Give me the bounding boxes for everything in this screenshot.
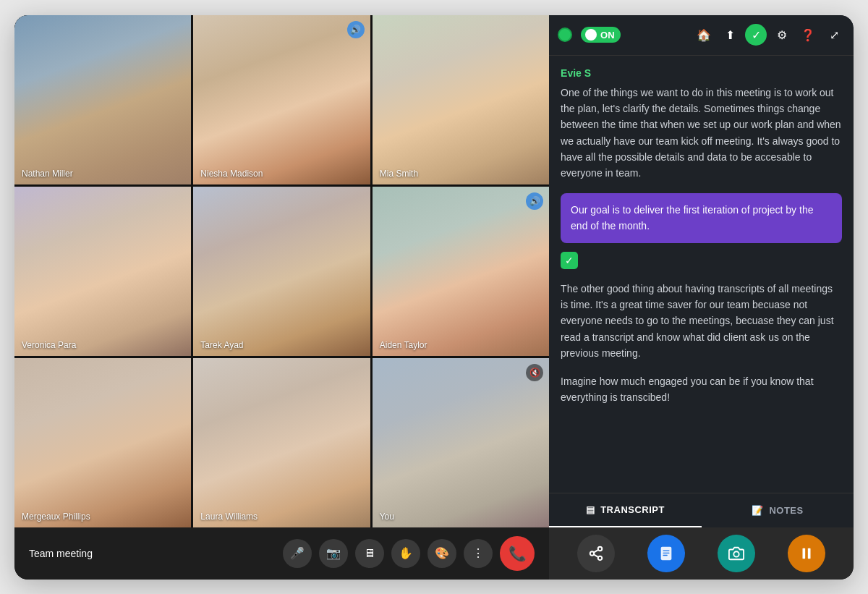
svg-rect-8 [663, 554, 667, 555]
video-grid: Nathan Miller 🔊 Niesha Madison Mia Smith… [14, 15, 549, 527]
upload-icon-btn[interactable]: ⬆ [719, 24, 741, 46]
video-cell-6[interactable]: 🔊 Aiden Taylor [373, 187, 549, 356]
svg-rect-10 [803, 548, 806, 559]
toggle-knob [585, 29, 597, 41]
video-cell-5[interactable]: Tarek Ayad [193, 187, 370, 356]
video-cell-4[interactable]: Veronica Para [14, 187, 191, 356]
tab-bar: ▤ TRANSCRIPT 📝 NOTES [549, 493, 854, 527]
bottom-bar: Team meeting 🎤 📷 🖥 ✋ 🎨 ⋮ 📞 [14, 527, 549, 580]
participant-name-2: Niesha Madison [200, 169, 263, 179]
video-cell-9[interactable]: 🔇 You [373, 358, 549, 527]
more-button[interactable]: ⋮ [464, 539, 493, 568]
transcript-paragraph-1: One of the things we want to do in this … [561, 85, 842, 182]
participant-name-7: Mergeaux Phillips [22, 512, 90, 522]
checkmark-badge: ✓ [561, 252, 578, 269]
notes-tab-label: NOTES [769, 505, 803, 516]
share-button[interactable] [577, 535, 615, 572]
notes-tab-icon: 📝 [752, 505, 764, 516]
transcript-paragraph-2: The other good thing about having transc… [561, 281, 842, 362]
transcript-panel: ON 🏠 ⬆ ✓ ⚙ ❓ ⤢ Evie S One of the things … [549, 15, 854, 580]
participant-name-5: Tarek Ayad [200, 340, 243, 350]
screen-share-button[interactable]: 🖥 [355, 539, 384, 568]
transcript-content: Evie S One of the things we want to do i… [549, 56, 854, 493]
help-icon-btn[interactable]: ❓ [797, 24, 819, 46]
effects-button[interactable]: 🎨 [427, 539, 456, 568]
hand-raise-button[interactable]: ✋ [391, 539, 420, 568]
transcript-tab-icon: ▤ [586, 504, 595, 515]
check-icon-btn[interactable]: ✓ [745, 24, 767, 46]
end-call-button[interactable]: 📞 [500, 536, 535, 571]
video-cell-1[interactable]: Nathan Miller [14, 15, 191, 184]
status-dot [558, 27, 572, 42]
svg-line-3 [594, 554, 598, 557]
video-cell-2[interactable]: 🔊 Niesha Madison [193, 15, 370, 184]
svg-point-9 [733, 551, 739, 556]
participant-name-1: Nathan Miller [22, 169, 73, 179]
speaker-icon-6: 🔊 [526, 192, 543, 210]
settings-icon-btn[interactable]: ⚙ [771, 24, 793, 46]
transcript-tab-label: TRANSCRIPT [600, 504, 665, 515]
toggle-switch[interactable]: ON [581, 27, 621, 43]
mute-icon-9: 🔇 [526, 364, 543, 381]
svg-rect-6 [663, 550, 669, 551]
speaker-name: Evie S [561, 67, 842, 79]
tab-notes[interactable]: 📝 NOTES [702, 493, 854, 527]
video-button[interactable]: 📷 [319, 539, 348, 568]
toggle-label: ON [600, 30, 615, 41]
pause-button[interactable] [788, 535, 825, 572]
participant-name-8: Laura Williams [200, 512, 258, 522]
control-buttons: 🎤 📷 🖥 ✋ 🎨 ⋮ 📞 [283, 536, 535, 571]
top-bar-icons: 🏠 ⬆ ✓ ⚙ ❓ ⤢ [693, 24, 845, 46]
top-bar: ON 🏠 ⬆ ✓ ⚙ ❓ ⤢ [549, 15, 854, 56]
participant-name-6: Aiden Taylor [380, 340, 427, 350]
meeting-title: Team meeting [29, 548, 274, 559]
svg-rect-11 [808, 548, 811, 559]
svg-line-4 [594, 549, 598, 552]
main-container: Nathan Miller 🔊 Niesha Madison Mia Smith… [14, 15, 854, 580]
expand-icon-btn[interactable]: ⤢ [823, 24, 845, 46]
video-cell-8[interactable]: Laura Williams [193, 358, 370, 527]
video-panel: Nathan Miller 🔊 Niesha Madison Mia Smith… [14, 15, 549, 580]
svg-rect-7 [663, 552, 669, 553]
tab-transcript[interactable]: ▤ TRANSCRIPT [549, 493, 701, 527]
participant-name-4: Veronica Para [22, 340, 76, 350]
participant-name-3: Mia Smith [380, 169, 418, 179]
highlight-block: Our goal is to deliver the first iterati… [561, 193, 842, 243]
transcript-paragraph-3: Imagine how much engaged you can be if y… [561, 373, 842, 406]
speaker-icon-2: 🔊 [347, 21, 365, 38]
docs-button[interactable] [647, 535, 685, 572]
mic-button[interactable]: 🎤 [283, 539, 312, 568]
highlight-text: Our goal is to deliver the first iterati… [571, 202, 832, 234]
home-icon-btn[interactable]: 🏠 [693, 24, 715, 46]
participant-name-9: You [380, 512, 394, 522]
action-bar [549, 527, 854, 580]
video-cell-7[interactable]: Mergeaux Phillips [14, 358, 191, 527]
snapshot-button[interactable] [718, 535, 755, 572]
video-cell-3[interactable]: Mia Smith [373, 15, 549, 184]
